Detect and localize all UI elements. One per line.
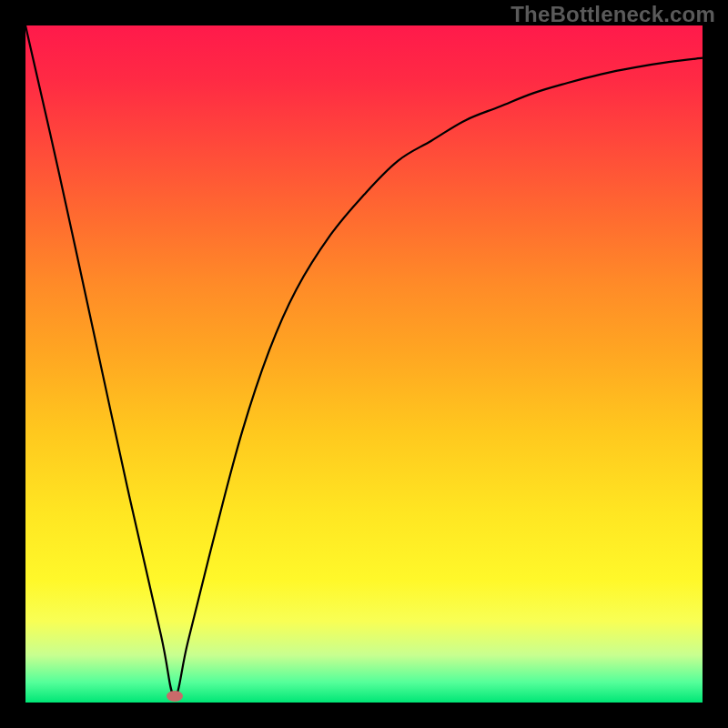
watermark-text: TheBottleneck.com: [511, 2, 715, 27]
plot-area: [25, 25, 703, 703]
optimal-point-marker: [167, 691, 183, 702]
curve-path: [25, 25, 703, 696]
bottleneck-curve: [25, 25, 703, 703]
chart-frame: TheBottleneck.com: [0, 0, 728, 728]
